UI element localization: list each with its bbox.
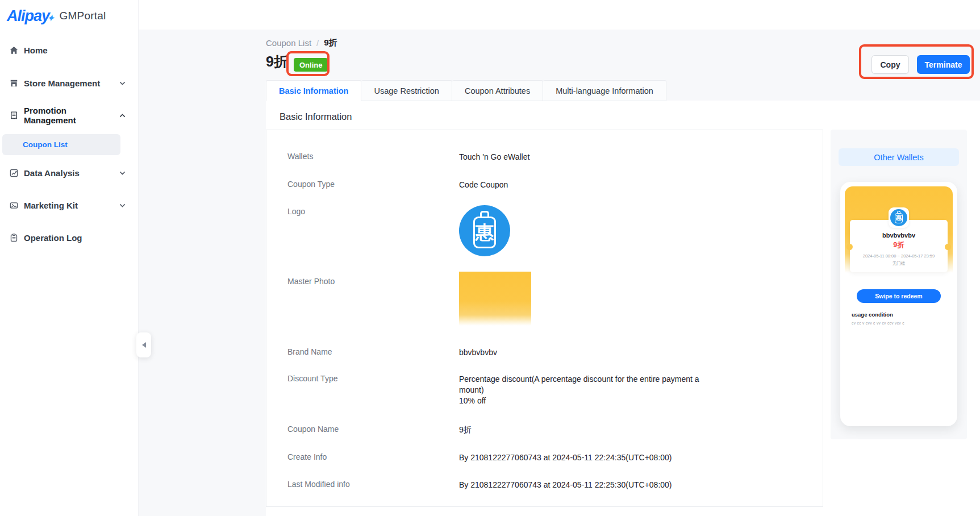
brand-logo: Alipay✦ GMPortal	[7, 6, 106, 26]
wallets-label: Wallets	[287, 152, 313, 161]
swipe-to-redeem-button: Swipe to redeem	[857, 289, 941, 303]
master-photo-image	[459, 272, 531, 326]
sidebar-item-promotion-management[interactable]: Promotion Management	[0, 105, 139, 126]
home-icon	[9, 45, 19, 55]
section-heading: Basic Information	[280, 111, 352, 122]
phone-preview: 惠 bbvbvbvbv 9折 2024-05-11 00:00 ~ 2024-0…	[840, 182, 957, 426]
preview-validity: 2024-05-11 00:00 ~ 2024-05-17 23:59	[850, 253, 948, 259]
ticket-notch-right	[945, 244, 951, 250]
preview-brand-name: bbvbvbvbv	[850, 232, 948, 239]
store-icon	[9, 78, 19, 88]
discount-type-label: Discount Type	[287, 374, 337, 383]
preview-logo-badge: 惠	[889, 207, 909, 228]
logo-label: Logo	[287, 207, 305, 216]
operation-log-icon	[9, 233, 19, 243]
sidebar-collapse-handle[interactable]	[136, 332, 151, 357]
chevron-up-icon	[119, 112, 126, 119]
logo-suitcase-icon: 惠	[473, 217, 496, 248]
usage-condition-text: cv cc v cvv c vv cv ccv vcv c	[852, 321, 904, 325]
alipay-plus-spark-icon: ✦	[47, 13, 54, 23]
wallets-value: Touch 'n Go eWallet	[459, 152, 529, 163]
terminate-button[interactable]: Terminate	[917, 55, 970, 74]
status-badge: Online	[294, 58, 328, 72]
discount-type-line3: 10% off	[459, 396, 699, 406]
preview-coupon-ticket: 惠 bbvbvbvbv 9折 2024-05-11 00:00 ~ 2024-0…	[850, 220, 948, 272]
sidebar-subitem-label: Coupon List	[23, 140, 68, 149]
breadcrumb-coupon-list[interactable]: Coupon List	[266, 38, 311, 48]
coupon-name-value: 9折	[459, 425, 472, 435]
coupon-logo-image: 惠	[459, 205, 510, 256]
tab-content-panel: Basic Information Wallets Touch 'n Go eW…	[266, 101, 980, 516]
sidebar-item-operation-log[interactable]: Operation Log	[0, 227, 139, 248]
tab-basic-information[interactable]: Basic Information	[266, 80, 361, 101]
preview-threshold: 无门槛	[850, 261, 948, 267]
sidebar-item-label: Marketing Kit	[24, 201, 78, 210]
tab-usage-restriction[interactable]: Usage Restriction	[361, 80, 452, 101]
page-title: 9折	[266, 52, 288, 71]
brand-name-value: bbvbvbvbv	[459, 347, 497, 358]
tab-coupon-attributes[interactable]: Coupon Attributes	[452, 80, 543, 101]
sidebar-item-label: Promotion Management	[24, 106, 119, 125]
sidebar-item-coupon-list[interactable]: Coupon List	[2, 134, 120, 155]
preview-coupon-name: 9折	[850, 240, 948, 250]
data-analysis-icon	[9, 168, 19, 178]
sidebar-item-label: Home	[24, 45, 48, 55]
chevron-down-icon	[119, 169, 126, 177]
sidebar-item-label: Operation Log	[24, 233, 82, 243]
sidebar-item-label: Data Analysis	[24, 168, 80, 178]
sidebar-item-marketing-kit[interactable]: Marketing Kit	[0, 194, 139, 216]
last-modified-label: Last Modified info	[287, 480, 350, 489]
chevron-down-icon	[119, 80, 126, 87]
last-modified-value: By 2108122277060743 at 2024-05-11 22:25:…	[459, 480, 672, 490]
sidebar-item-home[interactable]: Home	[0, 39, 139, 61]
preview-logo-image: 惠	[890, 209, 907, 226]
breadcrumb-separator: /	[316, 38, 319, 48]
tab-multi-language-information[interactable]: Multi-language Information	[543, 80, 666, 101]
master-photo-label: Master Photo	[287, 277, 335, 286]
create-info-value: By 2108122277060743 at 2024-05-11 22:24:…	[459, 452, 672, 463]
marketing-kit-icon	[9, 201, 19, 210]
coupon-preview-panel: Other Wallets 惠 bbvbvbvbv	[831, 130, 967, 439]
discount-type-value: Percentage discount(A percentage discoun…	[459, 374, 699, 406]
sidebar-item-store-management[interactable]: Store Management	[0, 72, 139, 94]
tab-bar: Basic Information Usage Restriction Coup…	[266, 80, 666, 101]
sidebar-item-label: Store Management	[24, 78, 100, 88]
other-wallets-button[interactable]: Other Wallets	[839, 148, 959, 166]
coupon-type-value: Code Coupon	[459, 180, 508, 190]
promotion-icon	[9, 111, 19, 120]
discount-type-line1: Percentage discount(A percentage discoun…	[459, 374, 699, 385]
breadcrumb: Coupon List / 9折	[266, 38, 337, 48]
top-bar	[0, 0, 980, 30]
chevron-down-icon	[119, 202, 126, 209]
alipay-logo: Alipay✦	[7, 7, 54, 25]
copy-button[interactable]: Copy	[871, 55, 909, 74]
coupon-type-label: Coupon Type	[287, 180, 335, 189]
discount-type-line2: mount)	[459, 385, 699, 396]
collapse-arrow-icon	[142, 342, 146, 348]
portal-name: GMPortal	[60, 10, 106, 22]
ticket-notch-left	[846, 244, 853, 250]
create-info-label: Create Info	[287, 452, 327, 461]
sidebar-item-data-analysis[interactable]: Data Analysis	[0, 162, 139, 184]
app-window: Alipay✦ GMPortal Home Store Management P…	[0, 0, 980, 516]
sidebar: Alipay✦ GMPortal Home Store Management P…	[0, 0, 139, 516]
coupon-name-label: Coupon Name	[287, 425, 339, 434]
basic-information-card: Wallets Touch 'n Go eWallet Coupon Type …	[266, 130, 823, 507]
breadcrumb-current: 9折	[324, 38, 337, 48]
brand-name-label: Brand Name	[287, 347, 332, 356]
usage-condition-title: usage condition	[852, 311, 893, 318]
